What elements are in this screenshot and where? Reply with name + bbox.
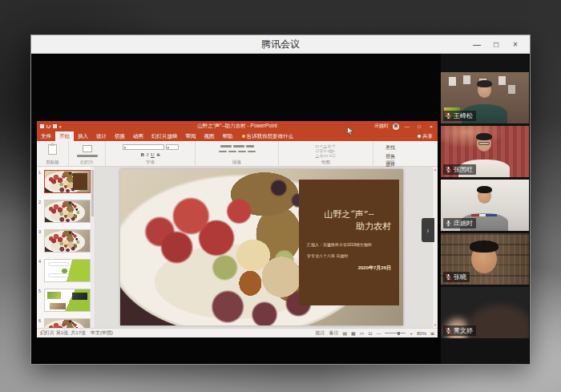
chevron-right-icon: › (426, 226, 429, 235)
font-group: ▾ ▾ BIUS 字体 (106, 141, 196, 166)
scroll-up-icon[interactable]: ▲ (434, 168, 437, 172)
thumb-pill (48, 262, 69, 265)
notes-button[interactable]: 备注 (329, 329, 338, 337)
find-button[interactable]: 查找 (385, 144, 395, 152)
participant-video-3[interactable]: 庄姚时 (441, 180, 529, 231)
maximize-button[interactable]: □ (486, 40, 506, 49)
tell-me-box[interactable]: 告诉我你想要做什么 (242, 133, 294, 140)
slideshow-icon[interactable] (53, 124, 57, 128)
editing-group: 查找 替换 选择 编辑 (373, 141, 407, 166)
ppt-body: 1 2 3 4 (37, 167, 438, 328)
current-slide[interactable]: 山野之“声”-- 助力农村 汇报人：安徽医科大学2019级生物科 学专业八十八班… (120, 169, 403, 325)
participant-video-2[interactable]: 张国旺 (441, 126, 529, 177)
slide-title-line2: 助力农村 (299, 220, 399, 232)
new-slide-button[interactable] (83, 145, 92, 152)
wall-frames (449, 77, 456, 86)
tab-file[interactable]: 文件 (37, 131, 55, 141)
meeting-title: 腾讯会议 (261, 38, 300, 51)
participant-nametag: 庄姚时 (443, 218, 476, 228)
zoom-slider[interactable] (385, 333, 406, 333)
thumbnail-image-6 (44, 318, 91, 328)
comments-button[interactable]: 批注 (315, 329, 325, 337)
account-name[interactable]: 庄姚时 (374, 123, 389, 130)
qat-dropdown-icon[interactable]: ▾ (59, 124, 62, 129)
tab-help[interactable]: 帮助 (219, 131, 237, 141)
ppt-status-bar: 幻灯片 第1张, 共17张 中文(中国) 批注 备注 ▤ ▦ ▭ ⊡ — + 8… (37, 328, 438, 337)
thumb-photo (50, 303, 66, 309)
font-size-select[interactable]: ▾ (166, 144, 179, 150)
tab-insert[interactable]: 插入 (74, 131, 92, 141)
meeting-titlebar[interactable]: 腾讯会议 — □ × (31, 35, 530, 54)
thumb-brown-box (73, 173, 87, 190)
zoom-in-button[interactable]: + (410, 331, 413, 336)
tab-transitions[interactable]: 切换 (111, 131, 129, 141)
slide-counter: 幻灯片 第1张, 共17张 (40, 329, 86, 337)
numbering-button[interactable] (233, 145, 244, 148)
participant-video-4[interactable]: 张晓 (441, 233, 529, 285)
paste-button[interactable] (48, 144, 57, 155)
thumbnail-image-1 (44, 170, 91, 193)
view-normal-icon[interactable]: ▤ (342, 330, 347, 336)
slides-group-detail (77, 155, 98, 157)
tab-home[interactable]: 开始 (55, 131, 74, 141)
participant-name: 庄姚时 (454, 219, 473, 228)
shared-desktop: ▾ 山野之“声”--助力农村 - PowerPoint 庄姚时 — □ × 文件… (37, 121, 438, 337)
muted-mic-icon (445, 273, 452, 281)
tab-design[interactable]: 设计 (92, 131, 111, 141)
sidebar-collapse-button[interactable]: › (422, 218, 434, 242)
window-controls: — □ × (467, 35, 525, 54)
undo-icon[interactable] (46, 124, 50, 128)
ppt-minimize-button[interactable]: — (403, 124, 411, 129)
font-style-buttons[interactable]: BIUS (141, 152, 160, 157)
slide-thumbnail-panel: 1 2 3 4 (37, 167, 95, 328)
lightbulb-icon (242, 135, 245, 138)
slide-title-box[interactable]: 山野之“声”-- 助力农村 汇报人：安徽医科大学2019级生物科 学专业八十八班… (299, 180, 399, 305)
fit-slide-button[interactable]: ⊞ (430, 330, 434, 336)
desktop-background: 腾讯会议 — □ × ▾ 山野之“声”--助力农村 - PowerPoint (0, 0, 561, 392)
participant-name: 王峰松 (454, 111, 473, 120)
justify-button[interactable] (248, 151, 256, 153)
shapes-gallery[interactable]: ▭○△◇☆□▽○◁▷△◇▭○□ (315, 143, 337, 158)
align-left-button[interactable] (219, 151, 227, 153)
ppt-restore-button[interactable]: □ (415, 124, 423, 129)
participants-sidebar: 王峰松 张国旺 (441, 54, 529, 364)
view-slideshow-icon[interactable]: ⊡ (368, 330, 372, 336)
tab-view[interactable]: 视图 (200, 131, 219, 141)
slide-title-line1: 山野之“声”-- (299, 208, 399, 220)
thumb-pill (48, 273, 69, 277)
shirt-collar (471, 214, 497, 216)
view-reading-icon[interactable]: ▭ (360, 330, 365, 336)
minimize-button[interactable]: — (467, 40, 486, 49)
thumbnail-image-2 (44, 200, 91, 223)
ppt-close-button[interactable]: × (427, 124, 435, 129)
zoom-out-button[interactable]: — (376, 331, 381, 336)
close-button[interactable]: × (506, 40, 525, 49)
tab-review[interactable]: 审阅 (182, 131, 200, 141)
participant-nametag: 王峰松 (443, 111, 476, 121)
tab-animations[interactable]: 动画 (129, 131, 147, 141)
thumbnail-image-5 (44, 289, 91, 312)
zoom-level[interactable]: 80% (417, 331, 426, 336)
canvas-scrollbar[interactable]: ▲ ▼ (432, 167, 438, 328)
align-center-button[interactable] (228, 151, 236, 153)
font-name-select[interactable]: ▾ (123, 144, 164, 150)
save-icon[interactable] (40, 124, 44, 128)
align-right-button[interactable] (238, 151, 246, 153)
bullets-button[interactable] (220, 145, 232, 148)
participant-video-1[interactable]: 王峰松 (441, 72, 529, 123)
slide-presenter: 汇报人：安徽医科大学2019级生物科 学专业八十八班 庄姚时 (299, 239, 399, 261)
thumbnail-scrollbar[interactable] (91, 167, 95, 328)
scroll-down-icon[interactable]: ▼ (434, 323, 437, 327)
view-sorter-icon[interactable]: ▦ (351, 330, 356, 336)
thumbnail-image-4 (44, 259, 91, 282)
share-button[interactable]: 共享 (418, 133, 433, 140)
person-hair (470, 240, 498, 253)
slide-canvas: 山野之“声”-- 助力农村 汇报人：安徽医科大学2019级生物科 学专业八十八班… (95, 167, 438, 328)
participant-video-5[interactable]: 黄文婷 (441, 287, 529, 338)
thumbnail-image-3 (44, 229, 91, 253)
indent-button[interactable] (246, 145, 254, 148)
account-avatar[interactable] (393, 123, 399, 130)
tab-slideshow[interactable]: 幻灯片放映 (147, 131, 182, 141)
ppt-titlebar[interactable]: ▾ 山野之“声”--助力农村 - PowerPoint 庄姚时 — □ × (37, 121, 438, 131)
language-indicator[interactable]: 中文(中国) (91, 329, 113, 337)
